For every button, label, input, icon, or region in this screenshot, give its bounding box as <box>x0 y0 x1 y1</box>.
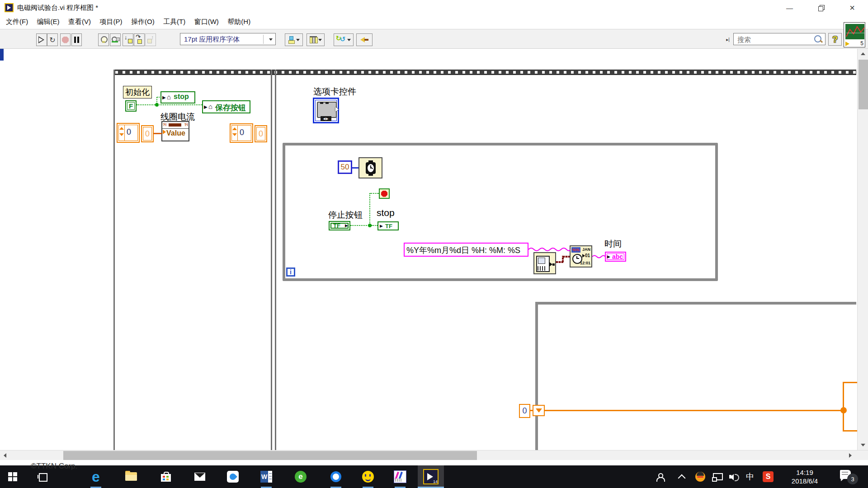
tray-people-icon[interactable] <box>651 465 669 488</box>
scroll-right-button[interactable] <box>845 450 855 460</box>
tray-show-hidden-icons-button[interactable] <box>674 465 690 488</box>
taskbar-clock[interactable]: 14:19 2018/6/4 <box>778 468 831 485</box>
time-string-indicator-terminal[interactable]: ▶ abc <box>605 252 626 262</box>
stop-button-label-text: 停止按钮 <box>328 210 363 220</box>
terminal-arrow-icon: ▶ <box>607 254 610 259</box>
maximize-restore-button[interactable] <box>805 0 836 15</box>
horizontal-scrollbar[interactable] <box>0 450 868 460</box>
iteration-terminal[interactable]: i <box>286 267 295 277</box>
flat-sequence-frame-divider-left[interactable] <box>271 70 272 450</box>
while-loop-2-top-border[interactable] <box>535 302 856 305</box>
scroll-down-button[interactable] <box>858 440 868 450</box>
menu-operate[interactable]: 操作(O) <box>131 18 155 26</box>
reorder-button[interactable]: ↻ ↻ <box>334 33 354 46</box>
time-indicator-label[interactable]: 时间 <box>604 238 622 250</box>
property-node-value-text: Value <box>166 129 185 137</box>
local-variable-stop[interactable]: ▶ ⌂ stop <box>160 91 195 103</box>
start-button[interactable] <box>0 465 25 488</box>
menu-view[interactable]: 查看(V) <box>68 18 91 26</box>
block-diagram[interactable]: 初始化 F ▶ ⌂ stop ▶ ⌂ 保存按钮 线圈电流 ?! <box>0 49 857 450</box>
tab-control-terminal[interactable]: ◀▶ <box>313 98 339 123</box>
horizontal-scrollbar-thumb[interactable] <box>63 451 477 460</box>
taskbar-qq-browser-button[interactable] <box>324 465 348 488</box>
tray-network-icon[interactable] <box>709 465 725 488</box>
taskbar-store-button[interactable] <box>154 465 178 488</box>
stop-button-label[interactable]: 停止按钮 <box>328 209 363 221</box>
menu-edit[interactable]: 编辑(E) <box>37 18 60 26</box>
scroll-up-button[interactable] <box>858 49 868 59</box>
step-out-button[interactable]: ↑ <box>145 33 156 46</box>
taskbar-smiley-app-button[interactable] <box>356 465 380 488</box>
highlight-execution-button[interactable] <box>98 33 109 46</box>
menu-file[interactable]: 文件(F) <box>6 18 28 26</box>
get-date-time-function[interactable] <box>533 252 556 274</box>
taskbar-paint-app-button[interactable] <box>388 465 412 488</box>
numeric-control-terminal-1[interactable]: 0 <box>117 123 140 143</box>
wire-numeric <box>843 382 844 432</box>
taskbar-360-browser-button[interactable]: e <box>289 465 312 488</box>
wire-boolean <box>137 104 157 105</box>
chevron-up-icon <box>678 474 686 482</box>
step-into-button[interactable]: ↓ <box>123 33 133 46</box>
false-boolean-constant[interactable]: F <box>125 100 137 112</box>
retain-wire-values-button[interactable] <box>110 33 121 46</box>
wait-ms-constant[interactable]: 50 <box>338 160 352 174</box>
flat-sequence-frame-divider-right[interactable] <box>275 70 276 450</box>
local-variable-save-button[interactable]: ▶ ⌂ 保存按钮 <box>202 100 250 113</box>
wait-ms-function[interactable] <box>359 157 382 178</box>
align-objects-button[interactable] <box>285 33 303 46</box>
flat-sequence-top-border[interactable] <box>113 70 856 75</box>
stop-indicator-terminal[interactable]: ▶ TF <box>377 221 399 230</box>
shift-register-init-constant[interactable]: 0 <box>519 404 530 418</box>
search-input[interactable] <box>736 34 811 44</box>
local-variable-arrow-icon: ▶ <box>204 104 208 109</box>
abort-button[interactable] <box>60 33 71 46</box>
stop-indicator-label[interactable]: stop <box>377 207 395 218</box>
taskbar-file-explorer-button[interactable] <box>119 465 143 488</box>
menu-tools[interactable]: 工具(T) <box>163 18 185 26</box>
property-node-coil-current[interactable]: ?! ?! Value <box>161 121 189 141</box>
minimize-button[interactable]: — <box>774 0 805 15</box>
flat-sequence-left-border[interactable] <box>113 70 115 450</box>
taskbar-edge-button[interactable]: e <box>84 465 108 488</box>
taskbar-labview-button[interactable]: 14 <box>418 465 444 488</box>
action-center-button[interactable]: 3 <box>835 465 868 488</box>
left-shift-register[interactable] <box>533 405 545 416</box>
run-continuous-button[interactable]: ↻ <box>47 33 58 46</box>
numeric-indicator-terminal-1[interactable]: 0 <box>141 125 154 142</box>
numeric-control-terminal-2[interactable]: 0 <box>230 123 253 143</box>
tray-sogou-icon[interactable]: S <box>760 465 777 488</box>
clean-up-diagram-button[interactable] <box>356 33 373 46</box>
search-icon[interactable] <box>814 35 821 42</box>
init-free-label[interactable]: 初始化 <box>123 86 152 99</box>
taskbar-mail-button[interactable] <box>188 465 212 488</box>
tray-ime-indicator[interactable]: 中 <box>742 465 758 488</box>
step-over-button[interactable]: ↷ <box>134 33 145 46</box>
terminal-arrow-icon: ▶ <box>345 223 348 228</box>
format-date-time-function[interactable]: %% JAN 01 12:01 <box>570 245 592 267</box>
taskbar-word-button[interactable]: W <box>255 465 278 488</box>
menu-help[interactable]: 帮助(H) <box>227 18 250 26</box>
distribute-objects-button[interactable] <box>307 33 325 46</box>
tray-qq-icon[interactable] <box>693 465 708 488</box>
scroll-left-button[interactable] <box>0 450 10 460</box>
font-selector[interactable]: 17pt 应用程序字体 <box>180 33 276 45</box>
menu-window[interactable]: 窗口(W) <box>194 18 219 26</box>
pause-button[interactable] <box>71 33 82 46</box>
vi-icon[interactable]: 5 <box>844 22 865 47</box>
tray-volume-icon[interactable] <box>726 465 742 488</box>
run-button[interactable] <box>36 33 47 46</box>
menu-project[interactable]: 项目(P) <box>100 18 123 26</box>
vertical-scrollbar[interactable] <box>857 49 868 450</box>
stop-button-control-terminal[interactable]: TF ▶ <box>329 221 350 230</box>
time-format-string-constant[interactable]: %Y年%m月%d日 %H: %M: %S <box>404 243 528 257</box>
close-button[interactable]: × <box>836 0 868 15</box>
while-loop-2-left-border[interactable] <box>535 302 538 450</box>
taskbar-thunder-button[interactable] <box>221 465 245 488</box>
help-button[interactable]: ? <box>828 33 842 46</box>
vertical-scrollbar-thumb[interactable] <box>859 60 868 109</box>
loop-condition-stop-terminal[interactable] <box>379 188 390 199</box>
numeric-indicator-terminal-2[interactable]: 0 <box>255 125 267 142</box>
tab-control-label[interactable]: 选项卡控件 <box>313 86 356 98</box>
search-collapse-button[interactable]: ▸| <box>724 35 731 44</box>
